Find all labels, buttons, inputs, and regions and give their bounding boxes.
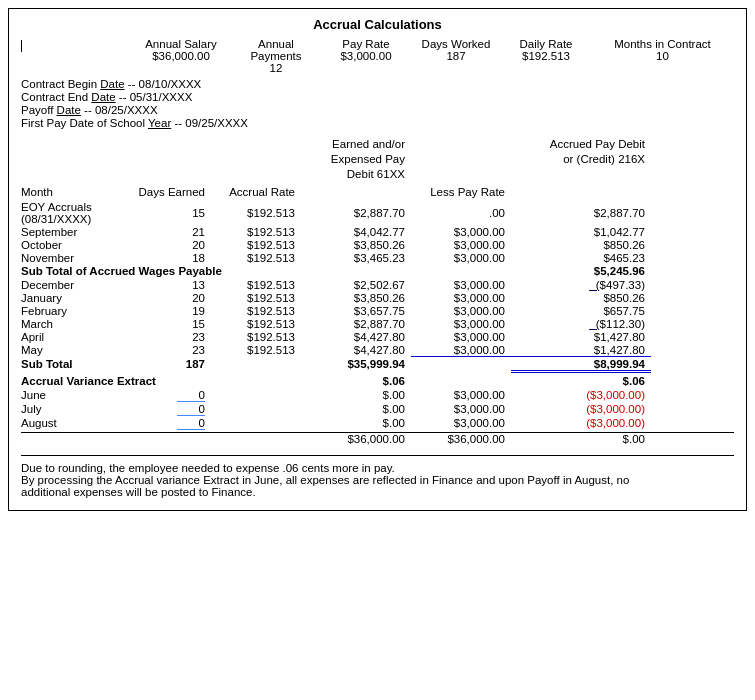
totals-row: $36,000.00 $36,000.00 $.00 — [21, 432, 734, 445]
annual-payments-label: Annual Payments — [231, 38, 321, 62]
less-cell: $3,000.00 — [411, 292, 511, 304]
col-month — [21, 137, 131, 182]
earned-cell: $2,887.70 — [301, 318, 411, 330]
accrued-cell: $2,887.70 — [511, 207, 651, 219]
days-cell: 0 — [131, 389, 211, 402]
sh-days: Days Earned — [131, 186, 211, 198]
month-cell: October — [21, 239, 131, 251]
table-row: March 15 $192.513 $2,887.70 $3,000.00 _(… — [21, 318, 734, 330]
col-less — [411, 137, 511, 182]
earned-cell: $3,465.23 — [301, 252, 411, 264]
earned-cell: $.00 — [301, 389, 411, 401]
month-cell: May — [21, 344, 131, 356]
col-accrual-rate — [211, 137, 301, 182]
sh-rate: Accrual Rate — [211, 186, 301, 198]
month-cell: June — [21, 389, 131, 401]
rate-cell: $192.513 — [211, 331, 301, 343]
subtotal2-less — [411, 358, 511, 373]
totals-less: $36,000.00 — [411, 433, 511, 445]
days-cell: 0 — [131, 403, 211, 416]
table-row: October 20 $192.513 $3,850.26 $3,000.00 … — [21, 239, 734, 251]
month-cell: February — [21, 305, 131, 317]
variance-label: Accrual Variance Extract — [21, 375, 301, 387]
subtotal2-rate — [211, 358, 301, 373]
less-cell: $3,000.00 — [411, 239, 511, 251]
accrued-cell: ($3,000.00) — [511, 417, 651, 429]
page-title: Accrual Calculations — [21, 17, 734, 32]
days-cell: 19 — [131, 305, 211, 317]
totals-blank3 — [211, 433, 301, 445]
month-cell: November — [21, 252, 131, 264]
days-worked-label: Days Worked — [411, 38, 501, 50]
accrual-table: Earned and/orExpensed PayDebit 61XX Accr… — [21, 137, 734, 445]
months-value: 10 — [591, 50, 734, 62]
days-worked-value: 187 — [411, 50, 501, 62]
variance-less — [411, 375, 511, 387]
month-cell: December — [21, 279, 131, 291]
table-row: December 13 $192.513 $2,502.67 $3,000.00… — [21, 279, 734, 291]
contract-end: Contract End Date -- 05/31/XXXX — [21, 91, 734, 103]
daily-rate-col: Daily Rate $192.513 — [501, 38, 591, 62]
sh-accrued — [511, 186, 651, 198]
rate-cell: $192.513 — [211, 239, 301, 251]
month-cell: August — [21, 417, 131, 429]
table-row: July 0 $.00 $3,000.00 ($3,000.00) — [21, 403, 734, 416]
footer-line3: additional expenses will be posted to Fi… — [21, 486, 734, 498]
accrued-cell: ($3,000.00) — [511, 403, 651, 415]
days-cell: 15 — [131, 207, 211, 219]
pay-rate-label: Pay Rate — [321, 38, 411, 50]
subtotal2-accrued: $8,999.94 — [511, 358, 651, 373]
subtotal1-label: Sub Total of Accrued Wages Payable — [21, 265, 411, 277]
days-cell: 20 — [131, 292, 211, 304]
earned-cell: $.00 — [301, 403, 411, 415]
main-container: Accrual Calculations Annual Salary $36,0… — [8, 8, 747, 511]
subtotal1-less — [411, 265, 511, 277]
earned-cell: $.00 — [301, 417, 411, 429]
variance-row: Accrual Variance Extract $.06 $.06 — [21, 375, 734, 387]
less-cell: $3,000.00 — [411, 226, 511, 238]
col-headers: Earned and/orExpensed PayDebit 61XX Accr… — [21, 137, 734, 182]
col-subheaders: Month Days Earned Accrual Rate Less Pay … — [21, 186, 734, 198]
earned-cell: $2,502.67 — [301, 279, 411, 291]
footer-line1: Due to rounding, the employee needed to … — [21, 462, 734, 474]
month-cell: July — [21, 403, 131, 415]
less-cell: $3,000.00 — [411, 279, 511, 291]
cursor-area — [21, 38, 131, 52]
accrued-cell: $1,427.80 — [511, 344, 651, 357]
annual-payments-col: Annual Payments 12 — [231, 38, 321, 74]
pay-rate-value: $3,000.00 — [321, 50, 411, 62]
earned-cell: $4,042.77 — [301, 226, 411, 238]
less-cell: $3,000.00 — [411, 389, 511, 401]
totals-blank1 — [21, 433, 131, 445]
rate-cell: $192.513 — [211, 279, 301, 291]
month-cell: September — [21, 226, 131, 238]
first-pay-date: First Pay Date of School Year -- 09/25/X… — [21, 117, 734, 129]
annual-salary-label: Annual Salary — [131, 38, 231, 50]
col-days-earned — [131, 137, 211, 182]
annual-salary-col: Annual Salary $36,000.00 — [131, 38, 231, 62]
less-cell: .00 — [411, 207, 511, 219]
annual-payments-value: 12 — [231, 62, 321, 74]
less-cell: $3,000.00 — [411, 403, 511, 415]
payoff-date: Payoff Date -- 08/25/XXXX — [21, 104, 734, 116]
accrued-cell: $1,042.77 — [511, 226, 651, 238]
subtotal2-row: Sub Total 187 $35,999.94 $8,999.94 — [21, 358, 734, 373]
month-cell: April — [21, 331, 131, 343]
less-cell: $3,000.00 — [411, 344, 511, 357]
earned-cell: $3,657.75 — [301, 305, 411, 317]
less-cell: $3,000.00 — [411, 331, 511, 343]
variance-accrued: $.06 — [511, 375, 651, 387]
less-cell: $3,000.00 — [411, 305, 511, 317]
accrued-cell: ($3,000.00) — [511, 389, 651, 401]
sh-less: Less Pay Rate — [411, 186, 511, 198]
footer-line2: By processing the Accrual variance Extra… — [21, 474, 734, 486]
pay-rate-col: Pay Rate $3,000.00 — [321, 38, 411, 62]
days-cell: 18 — [131, 252, 211, 264]
earned-cell: $4,427.80 — [301, 331, 411, 343]
days-cell: 20 — [131, 239, 211, 251]
sh-month: Month — [21, 186, 131, 198]
sh-earned — [301, 186, 411, 198]
month-cell: January — [21, 292, 131, 304]
earned-cell: $4,427.80 — [301, 344, 411, 356]
days-cell: 13 — [131, 279, 211, 291]
